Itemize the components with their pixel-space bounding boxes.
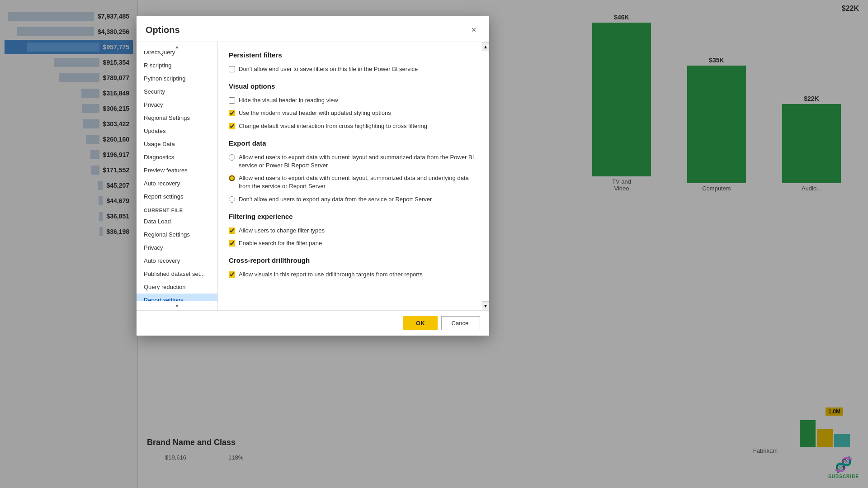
- content-scroll-down-button[interactable]: ▼: [482, 301, 489, 310]
- checkbox-vo2[interactable]: [229, 110, 235, 116]
- option-label-vo3: Change default visual interaction from c…: [239, 122, 427, 130]
- option-row-ed3: Don't allow end users to export any data…: [229, 195, 478, 204]
- checkbox-fe1[interactable]: [229, 227, 235, 234]
- sidebar-scroll-up-button[interactable]: ▲: [137, 42, 217, 51]
- option-row-crd1: Allow visuals in this report to use dril…: [229, 270, 478, 279]
- sidebar-item-published-dataset[interactable]: Published dataset set...: [137, 267, 217, 280]
- option-label-ed1: Allow end users to export data with curr…: [239, 153, 478, 170]
- option-row-ed2: Allow end users to export data with curr…: [229, 174, 478, 190]
- option-label-fe2: Enable search for the filter pane: [239, 239, 322, 247]
- sidebar-item-preview-features[interactable]: Preview features: [137, 164, 217, 177]
- section-title-visual-options: Visual options: [229, 82, 478, 90]
- option-row-ed1: Allow end users to export data with curr…: [229, 153, 478, 170]
- option-label-fe1: Allow users to change filter types: [239, 227, 325, 235]
- radio-ed1[interactable]: [229, 154, 235, 161]
- radio-ed3[interactable]: [229, 196, 235, 203]
- option-label-pf1: Don't allow end user to save filters on …: [239, 65, 418, 73]
- sidebar-item-usage-data[interactable]: Usage Data: [137, 137, 217, 151]
- sidebar: ▲ DirectQuery R scripting Python scripti…: [137, 42, 218, 310]
- option-row-fe1: Allow users to change filter types: [229, 227, 478, 235]
- ok-button[interactable]: OK: [403, 316, 438, 330]
- dialog-header: Options ×: [137, 16, 489, 42]
- radio-ed2[interactable]: [229, 175, 235, 181]
- section-title-persistent-filters: Persistent filters: [229, 51, 478, 59]
- sidebar-item-privacy-cf[interactable]: Privacy: [137, 241, 217, 254]
- option-label-vo2: Use the modern visual header with update…: [239, 109, 391, 117]
- sidebar-item-privacy[interactable]: Privacy: [137, 98, 217, 111]
- option-row-vo2: Use the modern visual header with update…: [229, 109, 478, 117]
- dialog-title: Options: [146, 25, 180, 35]
- option-row-vo3: Change default visual interaction from c…: [229, 122, 478, 130]
- checkbox-vo1[interactable]: [229, 97, 235, 104]
- section-title-export-data: Export data: [229, 139, 478, 147]
- option-label-ed3: Don't allow end users to export any data…: [239, 195, 432, 204]
- sidebar-item-python-scripting[interactable]: Python scripting: [137, 72, 217, 85]
- checkbox-crd1[interactable]: [229, 271, 235, 278]
- sidebar-item-r-scripting[interactable]: R scripting: [137, 59, 217, 72]
- sidebar-scroll-down-button[interactable]: ▼: [137, 301, 217, 310]
- content-scroll-up-button[interactable]: ▲: [482, 42, 489, 51]
- checkbox-fe2[interactable]: [229, 240, 235, 246]
- sidebar-item-security[interactable]: Security: [137, 85, 217, 98]
- sidebar-item-query-reduction[interactable]: Query reduction: [137, 280, 217, 294]
- dialog-footer: OK Cancel: [137, 310, 489, 336]
- close-button[interactable]: ×: [467, 24, 480, 36]
- option-label-ed2: Allow end users to export data with curr…: [239, 174, 478, 190]
- checkbox-pf1[interactable]: [229, 66, 235, 72]
- options-dialog: Options × ▲ DirectQuery R scripting Pyth…: [137, 16, 489, 336]
- sidebar-item-regional-settings[interactable]: Regional Settings: [137, 111, 217, 124]
- sidebar-item-diagnostics[interactable]: Diagnostics: [137, 151, 217, 164]
- cancel-button[interactable]: Cancel: [441, 316, 480, 330]
- sidebar-item-auto-recovery[interactable]: Auto recovery: [137, 177, 217, 190]
- option-row-pf1: Don't allow end user to save filters on …: [229, 65, 478, 73]
- sidebar-item-updates[interactable]: Updates: [137, 124, 217, 137]
- content-area: ▲ Persistent filters Don't allow end use…: [218, 42, 489, 310]
- option-label-crd1: Allow visuals in this report to use dril…: [239, 270, 423, 279]
- option-row-fe2: Enable search for the filter pane: [229, 239, 478, 247]
- sidebar-item-regional-settings-cf[interactable]: Regional Settings: [137, 228, 217, 241]
- checkbox-vo3[interactable]: [229, 123, 235, 129]
- option-row-vo1: Hide the visual header in reading view: [229, 96, 478, 104]
- content-scroll[interactable]: Persistent filters Don't allow end user …: [218, 42, 489, 310]
- sidebar-item-data-load[interactable]: Data Load: [137, 215, 217, 228]
- current-file-header: CURRENT FILE: [137, 203, 217, 215]
- section-title-cross-report-drillthrough: Cross-report drillthrough: [229, 256, 478, 264]
- sidebar-item-report-settings[interactable]: Report settings: [137, 190, 217, 203]
- sidebar-items: DirectQuery R scripting Python scripting…: [137, 42, 217, 310]
- sidebar-item-auto-recovery-cf[interactable]: Auto recovery: [137, 254, 217, 267]
- dialog-body: ▲ DirectQuery R scripting Python scripti…: [137, 42, 489, 310]
- option-label-vo1: Hide the visual header in reading view: [239, 96, 338, 104]
- section-title-filtering-experience: Filtering experience: [229, 213, 478, 220]
